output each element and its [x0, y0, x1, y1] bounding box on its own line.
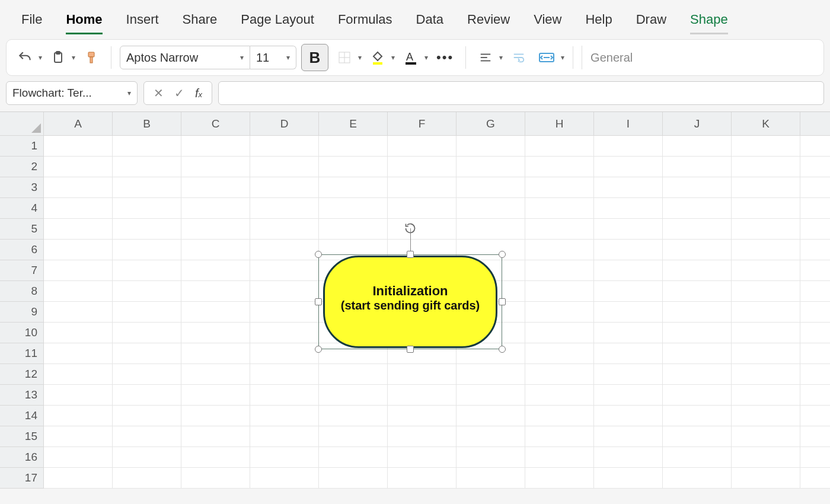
cell[interactable] [800, 136, 830, 157]
resize-handle-n[interactable] [407, 251, 414, 258]
cell[interactable] [663, 157, 732, 177]
resize-handle-ne[interactable] [499, 251, 506, 258]
cell[interactable] [663, 260, 732, 281]
cell[interactable] [594, 385, 663, 406]
cell[interactable] [113, 177, 181, 198]
cell[interactable] [663, 177, 732, 198]
align-split[interactable]: ▾ [474, 44, 503, 71]
cell[interactable] [250, 364, 319, 385]
cell[interactable] [594, 302, 663, 323]
cell[interactable] [250, 281, 319, 302]
cell[interactable] [44, 281, 113, 302]
cell[interactable] [525, 260, 594, 281]
cell[interactable] [44, 302, 113, 323]
cell[interactable] [732, 323, 800, 343]
cell[interactable] [113, 343, 181, 364]
more-options-icon[interactable]: ••• [433, 44, 457, 71]
cell[interactable] [663, 447, 732, 468]
cell[interactable] [663, 364, 732, 385]
cell[interactable] [732, 406, 800, 426]
undo-icon[interactable] [14, 44, 36, 71]
cell[interactable] [732, 219, 800, 240]
fx-icon[interactable]: fx [191, 87, 206, 100]
cell[interactable] [44, 323, 113, 343]
cell[interactable] [44, 406, 113, 426]
cell[interactable] [250, 302, 319, 323]
select-all-corner[interactable] [0, 112, 44, 136]
cell[interactable] [113, 385, 181, 406]
cell[interactable] [525, 468, 594, 489]
cell[interactable] [44, 157, 113, 177]
cell[interactable] [525, 364, 594, 385]
cell[interactable] [44, 364, 113, 385]
cell[interactable] [181, 323, 250, 343]
cell[interactable] [44, 177, 113, 198]
cell[interactable] [456, 468, 525, 489]
col-header[interactable]: I [594, 112, 663, 136]
bold-button[interactable]: B [301, 44, 328, 71]
cell[interactable] [800, 281, 830, 302]
cell[interactable] [181, 406, 250, 426]
row-header[interactable]: 17 [0, 468, 44, 489]
flowchart-terminator-shape[interactable]: Initialization (start sending gift cards… [318, 254, 502, 349]
cell[interactable] [388, 198, 456, 219]
cell[interactable] [732, 447, 800, 468]
cell[interactable] [113, 447, 181, 468]
cell[interactable] [525, 426, 594, 447]
cell[interactable] [319, 157, 388, 177]
cell[interactable] [663, 323, 732, 343]
cell[interactable] [319, 447, 388, 468]
cell[interactable] [594, 426, 663, 447]
row-header[interactable]: 4 [0, 198, 44, 219]
cell[interactable] [456, 198, 525, 219]
cell[interactable] [800, 426, 830, 447]
cell[interactable] [388, 136, 456, 157]
cell[interactable] [113, 406, 181, 426]
cell[interactable] [525, 240, 594, 260]
row-header[interactable]: 3 [0, 177, 44, 198]
cell[interactable] [250, 447, 319, 468]
cell[interactable] [525, 177, 594, 198]
row-header[interactable]: 5 [0, 219, 44, 240]
cell[interactable] [800, 240, 830, 260]
cell[interactable] [800, 157, 830, 177]
chevron-down-icon[interactable]: ▾ [499, 53, 503, 62]
resize-handle-s[interactable] [407, 346, 414, 353]
merge-cells-icon[interactable] [535, 44, 558, 71]
format-painter-icon[interactable] [80, 44, 103, 71]
cell[interactable] [44, 198, 113, 219]
row-header[interactable]: 9 [0, 302, 44, 323]
row-header[interactable]: 11 [0, 343, 44, 364]
cell[interactable] [388, 157, 456, 177]
cell[interactable] [663, 406, 732, 426]
resize-handle-e[interactable] [499, 298, 506, 305]
cell[interactable] [250, 468, 319, 489]
cell[interactable] [732, 157, 800, 177]
cell[interactable] [113, 323, 181, 343]
cell[interactable] [113, 302, 181, 323]
row-header[interactable]: 15 [0, 426, 44, 447]
tab-insert[interactable]: Insert [114, 7, 171, 34]
font-name-select[interactable]: Aptos Narrow ▾ [120, 46, 250, 69]
chevron-down-icon[interactable]: ▾ [561, 53, 564, 62]
tab-share[interactable]: Share [171, 7, 229, 34]
cell[interactable] [319, 198, 388, 219]
resize-handle-w[interactable] [315, 298, 322, 305]
cell[interactable] [732, 136, 800, 157]
tab-view[interactable]: View [522, 7, 573, 34]
cell[interactable] [250, 323, 319, 343]
number-format-select[interactable]: General [582, 46, 671, 69]
chevron-down-icon[interactable]: ▾ [424, 53, 428, 62]
cell[interactable] [525, 198, 594, 219]
resize-handle-nw[interactable] [315, 251, 322, 258]
tab-page-layout[interactable]: Page Layout [229, 7, 326, 34]
row-header[interactable]: 16 [0, 447, 44, 468]
cell[interactable] [594, 240, 663, 260]
cell[interactable] [44, 240, 113, 260]
cell[interactable] [594, 447, 663, 468]
cell[interactable] [594, 281, 663, 302]
cell[interactable] [181, 240, 250, 260]
cell[interactable] [44, 219, 113, 240]
cell[interactable] [181, 157, 250, 177]
col-header[interactable]: D [250, 112, 319, 136]
